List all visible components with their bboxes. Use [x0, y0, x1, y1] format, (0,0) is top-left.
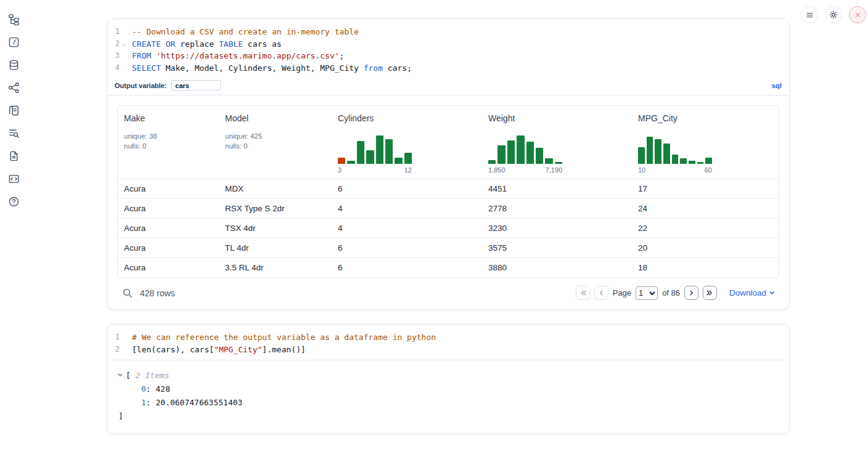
svg-text:f: f [12, 38, 17, 46]
histogram-bar [697, 162, 704, 164]
line-number: 2 [107, 38, 120, 51]
table-cell: 4 [332, 219, 482, 238]
histogram-bar [526, 142, 534, 164]
histogram-bar [705, 158, 712, 164]
column-stats: unique: 38nulls: 0 [124, 131, 213, 151]
histogram-bar [404, 153, 412, 164]
column-header-model: Modelunique: 425nulls: 0 [219, 106, 332, 179]
search-icon[interactable] [122, 288, 133, 298]
code-line: 1-- Download a CSV and create an in-memo… [107, 26, 789, 38]
table-cell: 2778 [482, 199, 632, 218]
output-variable-input[interactable] [171, 80, 221, 91]
table-row[interactable]: AcuraTSX 4dr4323022 [118, 218, 779, 238]
sidebar-snippets-icon[interactable] [6, 172, 21, 185]
last-page-button[interactable] [703, 286, 717, 300]
close-button[interactable] [849, 6, 866, 23]
tree-entry: 0: 428 [117, 382, 779, 395]
page-total: of 86 [662, 288, 680, 297]
histogram-bar [689, 161, 695, 164]
sidebar-list-search-icon[interactable] [6, 126, 21, 140]
histogram-bar [663, 144, 670, 164]
table-row[interactable]: AcuraRSX Type S 2dr4277824 [118, 198, 779, 218]
histogram-bar [517, 136, 524, 164]
histogram-bar [376, 136, 383, 164]
first-page-button[interactable] [576, 286, 590, 300]
column-header-mpg_city: MPG_City1060 [632, 106, 779, 179]
histogram-bar [680, 158, 687, 164]
column-histogram: 1,8507,190 [488, 134, 562, 174]
table-header: Makeunique: 38nulls: 0Modelunique: 425nu… [118, 106, 779, 179]
sidebar-database-icon[interactable] [6, 58, 21, 71]
next-page-button[interactable] [684, 286, 698, 300]
fold-gutter [120, 331, 128, 344]
sidebar-function-icon[interactable]: f [6, 35, 21, 49]
table-cell: 24 [632, 199, 779, 218]
table-cell: 20 [632, 238, 779, 257]
histogram-bar [507, 140, 515, 164]
download-button[interactable]: Download [729, 288, 776, 297]
fold-gutter [120, 344, 128, 356]
histogram-bar [497, 145, 505, 164]
histogram-bar [555, 162, 562, 164]
code-line: 2[len(cars), cars["MPG_City"].mean()] [107, 344, 789, 356]
fold-gutter [120, 26, 128, 38]
sidebar-file-tree-icon[interactable] [6, 12, 21, 26]
table-row[interactable]: AcuraTL 4dr6357520 [118, 238, 779, 257]
sidebar-help-icon[interactable] [6, 195, 21, 208]
code-text: CREATE OR replace TABLE cars as [128, 38, 282, 51]
table-cell: TL 4dr [219, 238, 332, 257]
sql-code-editor[interactable]: 1-- Download a CSV and create an in-memo… [107, 19, 789, 78]
code-line: 1# We can reference the output variable … [107, 331, 789, 344]
sql-output-area: Makeunique: 38nulls: 0Modelunique: 425nu… [107, 95, 789, 309]
sql-cell: 1-- Download a CSV and create an in-memo… [107, 18, 790, 310]
row-count: 428 rows [140, 288, 175, 298]
column-label[interactable]: MPG_City [638, 113, 772, 123]
code-line: 2⌄CREATE OR replace TABLE cars as [107, 38, 789, 51]
table-cell: 22 [632, 219, 779, 238]
fold-gutter [120, 50, 128, 62]
column-label[interactable]: Cylinders [338, 113, 476, 123]
table-row[interactable]: AcuraMDX6445117 [118, 179, 779, 198]
table-cell: 6 [332, 238, 482, 257]
column-header-make: Makeunique: 38nulls: 0 [118, 106, 219, 179]
column-label[interactable]: Make [124, 113, 213, 123]
fold-gutter [120, 62, 128, 75]
table-row[interactable]: Acura3.5 RL 4dr6388018 [118, 257, 779, 277]
table-cell: 3575 [482, 238, 632, 257]
table-cell: 17 [632, 179, 779, 198]
table-cell: Acura [118, 258, 219, 277]
prev-page-button[interactable] [594, 286, 608, 300]
table-cell: MDX [219, 179, 332, 198]
settings-button[interactable] [825, 6, 842, 23]
chevron-down-icon[interactable] [117, 372, 126, 378]
column-label[interactable]: Model [225, 113, 326, 123]
pagination: Page 1 of 86 [576, 286, 717, 300]
column-label[interactable]: Weight [488, 113, 626, 123]
line-number: 4 [107, 62, 120, 75]
helper-panel-sidebar: f [0, 0, 27, 449]
results-table: Makeunique: 38nulls: 0Modelunique: 425nu… [117, 105, 779, 278]
table-cell: TSX 4dr [219, 219, 332, 238]
histogram-axis-labels: 1060 [638, 166, 712, 174]
histogram-axis-labels: 312 [338, 166, 412, 174]
python-output-tree: [ 2 Items 0: 4281: 20.060747663551403 ] [107, 360, 789, 434]
sidebar-dependency-graph-icon[interactable] [6, 81, 21, 94]
tree-open-bracket: [ [126, 371, 131, 380]
sidebar-scroll-icon[interactable] [6, 103, 21, 117]
menu-button[interactable] [801, 6, 818, 23]
histogram-bar [672, 155, 679, 164]
page-select[interactable]: 1 [636, 286, 658, 300]
histogram-bar [395, 158, 402, 164]
fold-chevron-icon[interactable]: ⌄ [120, 38, 128, 51]
tree-entry-key: 0 [141, 384, 146, 394]
python-code-editor[interactable]: 1# We can reference the output variable … [107, 325, 789, 360]
sidebar-document-icon[interactable] [6, 149, 21, 163]
histogram-axis-labels: 1,8507,190 [488, 166, 562, 174]
code-text: FROM 'https://datasets.marimo.app/cars.c… [128, 50, 344, 62]
code-text: [len(cars), cars["MPG_City"].mean()] [128, 344, 306, 356]
tree-entry-key: 1 [141, 398, 146, 407]
language-badge[interactable]: sql [771, 82, 782, 89]
table-cell: 3.5 RL 4dr [219, 258, 332, 277]
table-cell: RSX Type S 2dr [219, 199, 332, 218]
column-histogram: 1060 [638, 134, 712, 174]
